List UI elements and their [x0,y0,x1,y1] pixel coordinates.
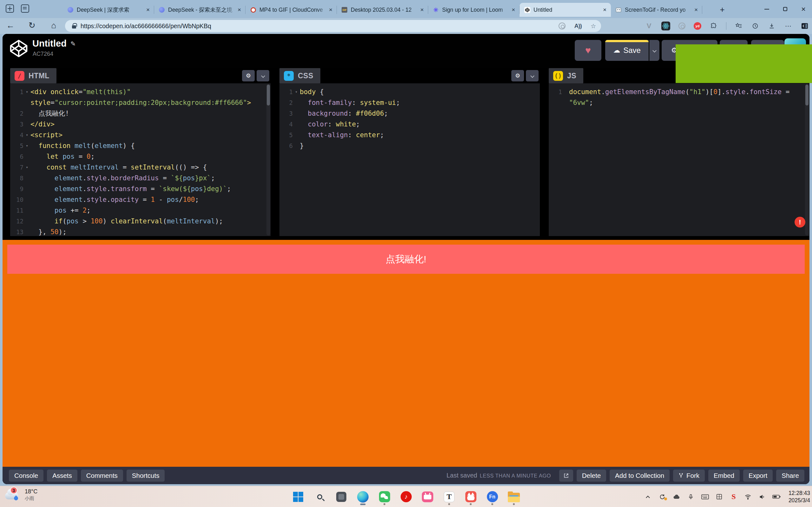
assets-button[interactable]: Assets [47,469,78,482]
downloads-icon[interactable] [768,22,776,30]
radar-extension-icon[interactable] [678,22,686,30]
v-extension-icon[interactable]: V [645,22,653,30]
translate-icon[interactable] [559,22,565,30]
line-number: 6 [280,142,293,149]
close-icon[interactable]: × [801,5,806,13]
taskbar-start-icon[interactable] [291,488,305,505]
minimize-icon[interactable] [764,9,769,9]
tab-close-icon[interactable]: × [328,6,334,13]
cloud-icon[interactable] [672,493,681,501]
shortcuts-button[interactable]: Shortcuts [126,469,165,482]
codepen-logo-icon[interactable] [9,39,29,58]
read-aloud-icon[interactable]: A)) [574,22,582,30]
tab-close-icon[interactable]: × [419,6,425,13]
volume-icon[interactable] [758,493,766,500]
panel-chevron-down-icon[interactable] [526,70,539,81]
browser-tab[interactable]: DeepSeek | 深度求索× [63,3,154,17]
tab-actions-icon[interactable] [21,4,29,13]
export-button[interactable]: Export [743,469,773,482]
react-devtools-icon[interactable] [661,21,670,31]
browser-tab[interactable]: ✳Sign up for Loom | Loom× [428,3,519,17]
window-icon[interactable] [715,494,723,500]
fold-arrow-icon[interactable]: ▾ [23,144,31,148]
collections-icon[interactable] [734,22,743,30]
workspaces-icon[interactable] [6,4,14,13]
sidebar-toggle-icon[interactable] [801,22,809,30]
fork-button[interactable]: Fork [673,469,705,482]
panel-tab-js[interactable]: ()JS [549,68,583,83]
refresh-icon[interactable]: ↻ [27,20,38,31]
add-to-collection-button[interactable]: Add to Collection [610,469,670,482]
delete-button[interactable]: Delete [577,469,606,482]
browser-tab[interactable]: Untitled× [519,3,611,17]
tab-close-icon[interactable]: × [602,6,608,13]
taskbar-edge-icon[interactable] [356,488,370,505]
taskbar-clock[interactable]: 12:28:43 2025/3/4 [789,490,810,504]
tab-close-icon[interactable]: × [145,6,151,13]
fold-arrow-icon[interactable]: ▾ [23,133,31,137]
code-editor-html[interactable]: 1▾<div onclick="melt(this)"style="cursor… [10,83,270,236]
panel-tab-html[interactable]: /HTML [10,68,56,83]
scrollbar-thumb[interactable] [267,84,270,106]
editor-scrollbar[interactable] [266,84,270,235]
taskbar-netease-music-icon[interactable]: ♪ [399,488,413,505]
sync-icon[interactable] [658,493,666,500]
taskbar-mumu-icon[interactable] [464,488,478,505]
taskbar-bilibili-icon[interactable] [420,488,435,505]
taskbar-fn-icon[interactable]: Fn [485,488,499,505]
fold-arrow-icon[interactable]: ▾ [23,165,31,170]
browser-tab[interactable]: MP4 to GIF | CloudConve× [246,3,337,17]
pen-author[interactable]: AC7264 [33,51,53,57]
scrollbar-thumb[interactable] [805,84,809,106]
new-tab-button[interactable]: + [717,5,727,14]
loom-favicon-icon: ✳ [433,7,439,13]
browser-tab[interactable]: DeepSeek - 探索未至之境× [154,3,246,17]
save-button[interactable]: ☁ Save [605,40,649,61]
favorite-star-icon[interactable]: ☆ [591,22,596,30]
panel-tab-css[interactable]: *CSS [280,68,320,83]
chevron-up-icon[interactable] [644,494,652,499]
panel-chevron-down-icon[interactable] [257,70,269,81]
panel-gear-icon[interactable]: ⚙ [511,70,524,81]
taskbar-typora-icon[interactable]: T [442,488,456,505]
editor-scrollbar[interactable] [805,84,809,235]
taskbar-taskview-icon[interactable] [334,488,348,505]
browser-tab[interactable]: GIFDesktop 2025.03.04 - 12× [337,3,428,17]
youdao-extension-icon[interactable]: yd [694,22,701,30]
code-editor-css[interactable]: 1▾body {2 font-family: system-ui;3 backg… [280,83,540,236]
embed-button[interactable]: Embed [708,469,740,482]
back-icon[interactable]: ← [5,20,16,31]
tab-close-icon[interactable]: × [510,6,516,13]
url-bar[interactable]: https://codepen.io/ac666666666/pen/WbNpK… [65,20,601,32]
share-button[interactable]: Share [776,469,804,482]
taskbar-explorer-icon[interactable] [507,488,521,505]
history-icon[interactable] [751,22,759,30]
like-button[interactable]: ♥ [575,40,601,61]
wifi-icon[interactable] [744,493,752,500]
save-dropdown-button[interactable] [649,40,659,61]
browser-tab[interactable]: ScreenToGif - Record yo× [611,3,702,17]
fold-arrow-icon[interactable]: ▾ [293,90,300,94]
tab-close-icon[interactable]: × [693,6,699,13]
edit-pencil-icon[interactable]: ✎ [70,40,76,48]
tab-close-icon[interactable]: × [236,6,242,13]
melt-div[interactable]: 点我融化! [7,245,805,274]
taskbar-wechat-icon[interactable] [377,488,392,505]
ime-icon[interactable] [701,494,709,500]
taskbar-search-icon[interactable] [313,488,327,505]
code-editor-js[interactable]: 1document.getElementsByTagName("h1")[0].… [549,83,809,236]
more-menu-icon[interactable]: ⋯ [784,22,792,30]
panel-gear-icon[interactable]: ⚙ [242,70,255,81]
mic-icon[interactable] [687,494,695,500]
comments-button[interactable]: Comments [81,469,123,482]
fold-arrow-icon[interactable]: ▾ [23,90,31,94]
battery-icon[interactable] [772,494,780,499]
open-preview-button[interactable] [559,469,573,482]
home-icon[interactable]: ⌂ [48,20,59,31]
console-button[interactable]: Console [9,469,44,482]
extensions-puzzle-icon[interactable] [710,22,718,30]
screentogif-icon[interactable]: S [729,493,738,501]
error-badge[interactable]: ! [795,217,805,228]
pen-footer: ConsoleAssetsCommentsShortcutsLast saved… [3,467,809,484]
maximize-icon[interactable] [783,7,787,11]
